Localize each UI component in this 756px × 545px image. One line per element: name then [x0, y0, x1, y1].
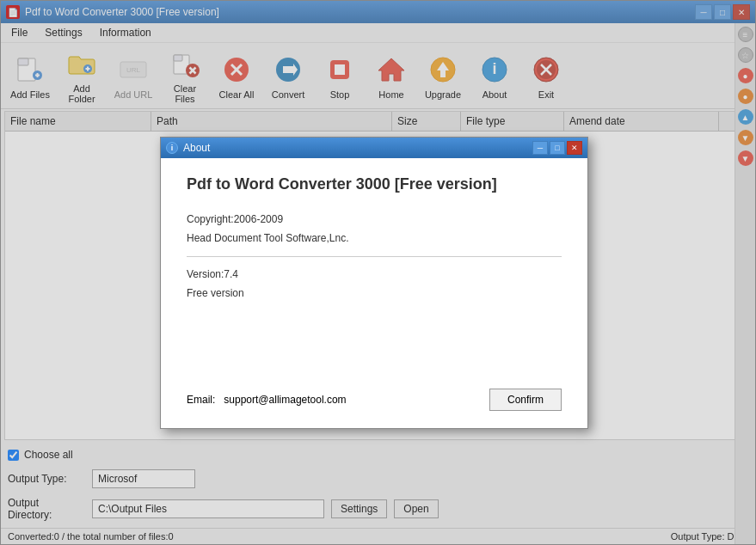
dialog-title-text: About — [183, 142, 210, 154]
dialog-title-icon: i — [166, 142, 178, 154]
dialog-content: Pdf to Word Converter 3000 [Free version… — [161, 158, 587, 428]
dialog-title-bar: i About ─ □ ✕ — [161, 138, 587, 158]
dialog-title-left: i About — [166, 142, 210, 154]
dialog-copyright: Copyright:2006-2009 — [187, 211, 562, 230]
email-value: support@allimagetool.com — [224, 394, 346, 406]
dialog-version: Version:7.4 — [187, 266, 562, 285]
dialog-controls: ─ □ ✕ — [532, 141, 582, 155]
dialog-company: Head Document Tool Software,Lnc. — [187, 230, 562, 248]
about-dialog: i About ─ □ ✕ Pdf to Word Converter 3000… — [160, 137, 588, 429]
dialog-minimize-button[interactable]: ─ — [532, 141, 548, 155]
confirm-button[interactable]: Confirm — [489, 389, 562, 411]
dialog-maximize-button[interactable]: □ — [550, 141, 565, 155]
dialog-separator — [187, 256, 562, 257]
dialog-footer: Email: support@allimagetool.com Confirm — [187, 380, 562, 411]
email-row: Email: support@allimagetool.com — [187, 394, 347, 406]
email-label: Email: — [187, 394, 215, 406]
dialog-app-title: Pdf to Word Converter 3000 [Free version… — [187, 175, 562, 193]
main-window: 📄 Pdf to Word Converter 3000 [Free versi… — [0, 0, 756, 545]
dialog-close-button[interactable]: ✕ — [567, 141, 582, 155]
dialog-edition: Free version — [187, 285, 562, 303]
